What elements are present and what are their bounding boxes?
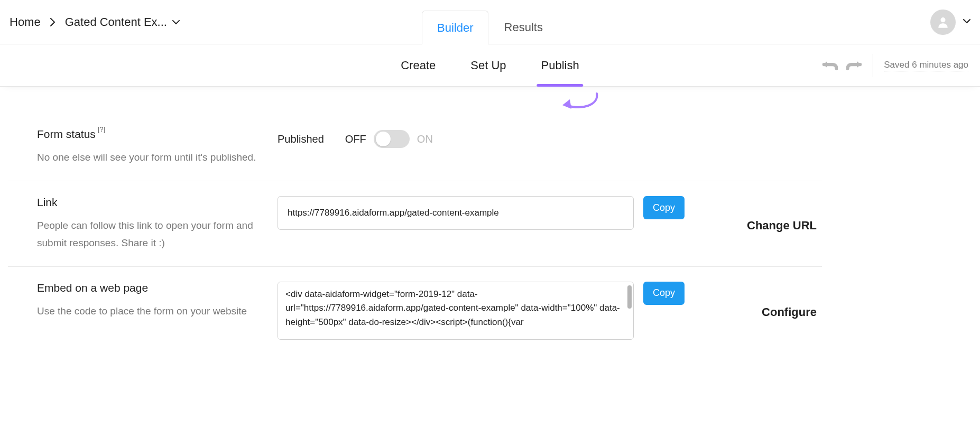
section-link: Link People can follow this link to open… — [8, 181, 822, 267]
undo-redo-group — [822, 57, 862, 74]
embed-code-textarea[interactable] — [278, 282, 633, 339]
link-title: Link — [37, 196, 256, 209]
sub-tab-create[interactable]: Create — [396, 44, 440, 86]
saved-status: Saved 6 minutes ago — [884, 60, 968, 71]
form-status-title: Form status [?] — [37, 128, 256, 141]
publish-panel: Form status [?] No one else will see you… — [8, 87, 822, 355]
sub-tab-publish[interactable]: Publish — [537, 44, 584, 86]
form-status-title-text: Form status — [37, 128, 96, 141]
link-description: People can follow this link to open your… — [37, 217, 256, 252]
breadcrumb-current[interactable]: Gated Content Ex... — [65, 15, 180, 29]
published-label: Published — [278, 133, 324, 145]
chevron-right-icon — [50, 16, 56, 30]
status-row: Published OFF ON — [278, 128, 685, 148]
copy-link-button[interactable]: Copy — [643, 196, 685, 219]
section-form-status: Form status [?] No one else will see you… — [8, 128, 822, 181]
redo-icon — [846, 57, 862, 72]
toggle-off-label: OFF — [345, 133, 366, 145]
publish-toggle-group: OFF ON — [345, 130, 433, 148]
toggle-knob — [376, 132, 391, 146]
sub-tab-setup[interactable]: Set Up — [466, 44, 510, 86]
tab-results[interactable]: Results — [489, 10, 558, 44]
scrollbar-thumb[interactable] — [627, 285, 632, 309]
breadcrumbs: Home Gated Content Ex... — [10, 15, 180, 29]
top-tabs: Builder Results — [422, 0, 558, 44]
publish-toggle[interactable] — [374, 130, 410, 148]
svg-point-0 — [940, 17, 945, 22]
user-menu[interactable] — [930, 10, 970, 35]
embed-title: Embed on a web page — [37, 282, 256, 294]
user-icon — [936, 15, 950, 29]
breadcrumb-current-label: Gated Content Ex... — [65, 15, 167, 29]
right-tools: Saved 6 minutes ago — [822, 54, 980, 77]
form-status-description: No one else will see your form until it'… — [37, 149, 256, 166]
sub-nav-bar: Create Set Up Publish Saved 6 minutes ag… — [0, 44, 980, 87]
sub-tabs: Create Set Up Publish — [396, 44, 583, 86]
undo-icon — [822, 57, 838, 72]
embed-code-wrap — [278, 282, 634, 340]
section-embed: Embed on a web page Use the code to plac… — [8, 267, 822, 355]
avatar — [930, 10, 956, 35]
link-input[interactable] — [278, 196, 634, 230]
divider — [873, 54, 873, 77]
toggle-on-label: ON — [417, 133, 433, 145]
redo-button[interactable] — [846, 57, 862, 74]
change-url-button[interactable]: Change URL — [747, 219, 817, 233]
copy-embed-button[interactable]: Copy — [643, 282, 685, 305]
tab-builder[interactable]: Builder — [422, 11, 488, 44]
configure-button[interactable]: Configure — [762, 305, 817, 319]
embed-description: Use the code to place the form on your w… — [37, 303, 256, 320]
breadcrumb-home[interactable]: Home — [10, 15, 41, 29]
chevron-down-icon — [172, 18, 180, 26]
top-bar: Home Gated Content Ex... Builder Results — [0, 0, 980, 44]
undo-button[interactable] — [822, 57, 838, 74]
chevron-down-icon — [963, 17, 970, 26]
help-icon[interactable]: [?] — [98, 125, 105, 133]
